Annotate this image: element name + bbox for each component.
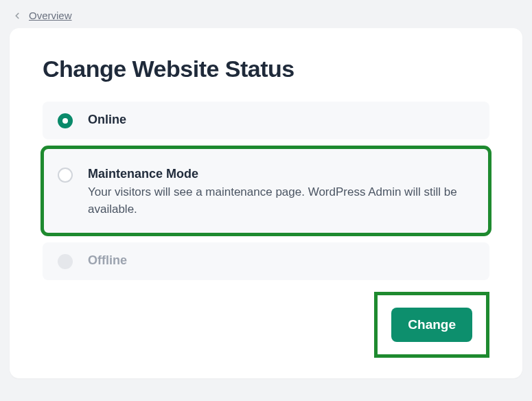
breadcrumb-overview-link[interactable]: Overview [29, 10, 72, 21]
option-online-label: Online [88, 113, 474, 127]
status-card: Change Website Status Online Maintenance… [10, 28, 522, 378]
option-maintenance-description: Your visitors will see a maintenance pag… [88, 184, 474, 218]
change-button[interactable]: Change [391, 308, 472, 342]
option-maintenance[interactable]: Maintenance Mode Your visitors will see … [43, 148, 489, 234]
radio-offline [58, 254, 73, 269]
option-online[interactable]: Online [43, 102, 489, 139]
option-online-content: Online [88, 113, 474, 127]
footer-actions: Change [374, 292, 489, 358]
radio-maintenance[interactable] [58, 168, 73, 183]
option-maintenance-content: Maintenance Mode Your visitors will see … [88, 167, 474, 218]
chevron-left-icon [12, 11, 22, 21]
radio-online[interactable] [58, 113, 73, 128]
option-offline-content: Offline [88, 253, 474, 268]
option-offline: Offline [43, 242, 489, 280]
page-title: Change Website Status [43, 56, 489, 82]
status-options: Online Maintenance Mode Your visitors wi… [43, 102, 489, 280]
breadcrumb: Overview [0, 0, 532, 28]
option-offline-label: Offline [88, 253, 474, 268]
submit-highlight: Change [374, 292, 489, 358]
option-maintenance-label: Maintenance Mode [88, 167, 474, 181]
